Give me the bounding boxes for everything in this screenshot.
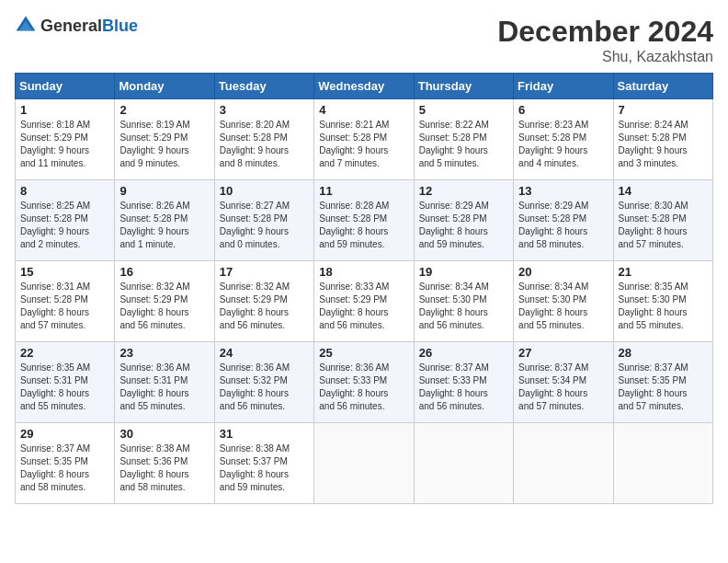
cell-content: Sunrise: 8:36 AM Sunset: 5:31 PM Dayligh… xyxy=(119,362,209,413)
calendar-cell xyxy=(514,423,613,504)
day-header-tuesday: Tuesday xyxy=(214,74,313,99)
calendar-cell: 3Sunrise: 8:20 AM Sunset: 5:28 PM Daylig… xyxy=(214,99,313,180)
day-number: 9 xyxy=(119,184,209,198)
calendar-cell: 26Sunrise: 8:37 AM Sunset: 5:33 PM Dayli… xyxy=(414,342,513,423)
day-number: 26 xyxy=(419,346,508,360)
calendar-cell: 31Sunrise: 8:38 AM Sunset: 5:37 PM Dayli… xyxy=(214,423,313,504)
cell-content: Sunrise: 8:30 AM Sunset: 5:28 PM Dayligh… xyxy=(619,200,708,251)
day-header-saturday: Saturday xyxy=(613,74,712,99)
calendar-cell: 17Sunrise: 8:32 AM Sunset: 5:29 PM Dayli… xyxy=(214,261,313,342)
calendar-cell: 11Sunrise: 8:28 AM Sunset: 5:28 PM Dayli… xyxy=(314,180,414,261)
cell-content: Sunrise: 8:27 AM Sunset: 5:28 PM Dayligh… xyxy=(220,200,309,251)
cell-content: Sunrise: 8:36 AM Sunset: 5:32 PM Dayligh… xyxy=(220,362,309,413)
day-number: 2 xyxy=(119,103,209,117)
calendar-cell: 30Sunrise: 8:38 AM Sunset: 5:36 PM Dayli… xyxy=(115,423,214,504)
day-number: 10 xyxy=(220,184,309,198)
calendar-cell: 25Sunrise: 8:36 AM Sunset: 5:33 PM Dayli… xyxy=(314,342,414,423)
day-number: 8 xyxy=(20,184,109,198)
cell-content: Sunrise: 8:19 AM Sunset: 5:29 PM Dayligh… xyxy=(119,119,209,170)
calendar-cell: 9Sunrise: 8:26 AM Sunset: 5:28 PM Daylig… xyxy=(115,180,214,261)
title-block: December 2024 Shu, Kazakhstan xyxy=(497,15,713,65)
day-number: 11 xyxy=(319,184,408,198)
day-number: 24 xyxy=(220,346,309,360)
cell-content: Sunrise: 8:38 AM Sunset: 5:37 PM Dayligh… xyxy=(220,442,309,494)
calendar-cell: 7Sunrise: 8:24 AM Sunset: 5:28 PM Daylig… xyxy=(613,99,712,180)
cell-content: Sunrise: 8:37 AM Sunset: 5:33 PM Dayligh… xyxy=(419,362,508,413)
calendar-cell: 19Sunrise: 8:34 AM Sunset: 5:30 PM Dayli… xyxy=(414,261,513,342)
cell-content: Sunrise: 8:29 AM Sunset: 5:28 PM Dayligh… xyxy=(419,200,508,251)
calendar-cell xyxy=(613,423,712,504)
logo-general-text: GeneralBlue xyxy=(40,17,138,36)
day-number: 20 xyxy=(518,265,608,279)
week-row-4: 22Sunrise: 8:35 AM Sunset: 5:31 PM Dayli… xyxy=(16,342,713,423)
cell-content: Sunrise: 8:34 AM Sunset: 5:30 PM Dayligh… xyxy=(518,281,608,332)
cell-content: Sunrise: 8:18 AM Sunset: 5:29 PM Dayligh… xyxy=(20,119,109,170)
month-title: December 2024 xyxy=(497,15,713,49)
logo: GeneralBlue xyxy=(15,15,138,37)
calendar-table: SundayMondayTuesdayWednesdayThursdayFrid… xyxy=(15,73,713,504)
cell-content: Sunrise: 8:32 AM Sunset: 5:29 PM Dayligh… xyxy=(220,281,309,332)
calendar-cell: 13Sunrise: 8:29 AM Sunset: 5:28 PM Dayli… xyxy=(514,180,613,261)
day-number: 30 xyxy=(119,427,209,441)
cell-content: Sunrise: 8:24 AM Sunset: 5:28 PM Dayligh… xyxy=(619,119,708,170)
day-number: 12 xyxy=(419,184,508,198)
cell-content: Sunrise: 8:31 AM Sunset: 5:28 PM Dayligh… xyxy=(20,281,109,332)
logo-icon xyxy=(15,15,37,37)
calendar-cell: 2Sunrise: 8:19 AM Sunset: 5:29 PM Daylig… xyxy=(115,99,214,180)
day-number: 31 xyxy=(220,427,309,441)
cell-content: Sunrise: 8:35 AM Sunset: 5:31 PM Dayligh… xyxy=(20,362,109,413)
cell-content: Sunrise: 8:20 AM Sunset: 5:28 PM Dayligh… xyxy=(220,119,309,170)
day-header-thursday: Thursday xyxy=(414,74,513,99)
calendar-cell: 23Sunrise: 8:36 AM Sunset: 5:31 PM Dayli… xyxy=(115,342,214,423)
calendar-cell: 16Sunrise: 8:32 AM Sunset: 5:29 PM Dayli… xyxy=(115,261,214,342)
cell-content: Sunrise: 8:35 AM Sunset: 5:30 PM Dayligh… xyxy=(619,281,708,332)
cell-content: Sunrise: 8:26 AM Sunset: 5:28 PM Dayligh… xyxy=(119,200,209,251)
calendar-cell: 24Sunrise: 8:36 AM Sunset: 5:32 PM Dayli… xyxy=(214,342,313,423)
calendar-cell: 8Sunrise: 8:25 AM Sunset: 5:28 PM Daylig… xyxy=(16,180,115,261)
cell-content: Sunrise: 8:34 AM Sunset: 5:30 PM Dayligh… xyxy=(419,281,508,332)
cell-content: Sunrise: 8:37 AM Sunset: 5:34 PM Dayligh… xyxy=(518,362,608,413)
day-number: 19 xyxy=(419,265,508,279)
cell-content: Sunrise: 8:28 AM Sunset: 5:28 PM Dayligh… xyxy=(319,200,408,251)
calendar-cell: 28Sunrise: 8:37 AM Sunset: 5:35 PM Dayli… xyxy=(613,342,712,423)
calendar-cell: 14Sunrise: 8:30 AM Sunset: 5:28 PM Dayli… xyxy=(613,180,712,261)
cell-content: Sunrise: 8:22 AM Sunset: 5:28 PM Dayligh… xyxy=(419,119,508,170)
cell-content: Sunrise: 8:38 AM Sunset: 5:36 PM Dayligh… xyxy=(119,442,209,494)
calendar-cell: 20Sunrise: 8:34 AM Sunset: 5:30 PM Dayli… xyxy=(514,261,613,342)
day-number: 17 xyxy=(220,265,309,279)
week-row-5: 29Sunrise: 8:37 AM Sunset: 5:35 PM Dayli… xyxy=(16,423,713,504)
day-number: 4 xyxy=(319,103,408,117)
cell-content: Sunrise: 8:21 AM Sunset: 5:28 PM Dayligh… xyxy=(319,119,408,170)
day-number: 25 xyxy=(319,346,408,360)
cell-content: Sunrise: 8:29 AM Sunset: 5:28 PM Dayligh… xyxy=(518,200,608,251)
week-row-1: 1Sunrise: 8:18 AM Sunset: 5:29 PM Daylig… xyxy=(16,99,713,180)
day-number: 22 xyxy=(20,346,109,360)
day-header-friday: Friday xyxy=(514,74,613,99)
calendar-cell: 27Sunrise: 8:37 AM Sunset: 5:34 PM Dayli… xyxy=(514,342,613,423)
cell-content: Sunrise: 8:23 AM Sunset: 5:28 PM Dayligh… xyxy=(518,119,608,170)
calendar-cell: 10Sunrise: 8:27 AM Sunset: 5:28 PM Dayli… xyxy=(214,180,313,261)
cell-content: Sunrise: 8:37 AM Sunset: 5:35 PM Dayligh… xyxy=(20,442,109,494)
day-number: 23 xyxy=(119,346,209,360)
calendar-cell xyxy=(314,423,414,504)
calendar-cell: 12Sunrise: 8:29 AM Sunset: 5:28 PM Dayli… xyxy=(414,180,513,261)
day-number: 29 xyxy=(20,427,109,441)
day-number: 14 xyxy=(619,184,708,198)
calendar-body: 1Sunrise: 8:18 AM Sunset: 5:29 PM Daylig… xyxy=(16,99,713,504)
day-number: 3 xyxy=(220,103,309,117)
calendar-cell: 1Sunrise: 8:18 AM Sunset: 5:29 PM Daylig… xyxy=(16,99,115,180)
calendar-cell xyxy=(414,423,513,504)
location: Shu, Kazakhstan xyxy=(497,49,713,65)
cell-content: Sunrise: 8:32 AM Sunset: 5:29 PM Dayligh… xyxy=(119,281,209,332)
week-row-2: 8Sunrise: 8:25 AM Sunset: 5:28 PM Daylig… xyxy=(16,180,713,261)
calendar-cell: 22Sunrise: 8:35 AM Sunset: 5:31 PM Dayli… xyxy=(16,342,115,423)
calendar-cell: 21Sunrise: 8:35 AM Sunset: 5:30 PM Dayli… xyxy=(613,261,712,342)
calendar-cell: 5Sunrise: 8:22 AM Sunset: 5:28 PM Daylig… xyxy=(414,99,513,180)
day-number: 28 xyxy=(619,346,708,360)
calendar-cell: 29Sunrise: 8:37 AM Sunset: 5:35 PM Dayli… xyxy=(16,423,115,504)
cell-content: Sunrise: 8:37 AM Sunset: 5:35 PM Dayligh… xyxy=(619,362,708,413)
day-number: 13 xyxy=(518,184,608,198)
calendar-cell: 6Sunrise: 8:23 AM Sunset: 5:28 PM Daylig… xyxy=(514,99,613,180)
day-number: 15 xyxy=(20,265,109,279)
calendar-cell: 18Sunrise: 8:33 AM Sunset: 5:29 PM Dayli… xyxy=(314,261,414,342)
